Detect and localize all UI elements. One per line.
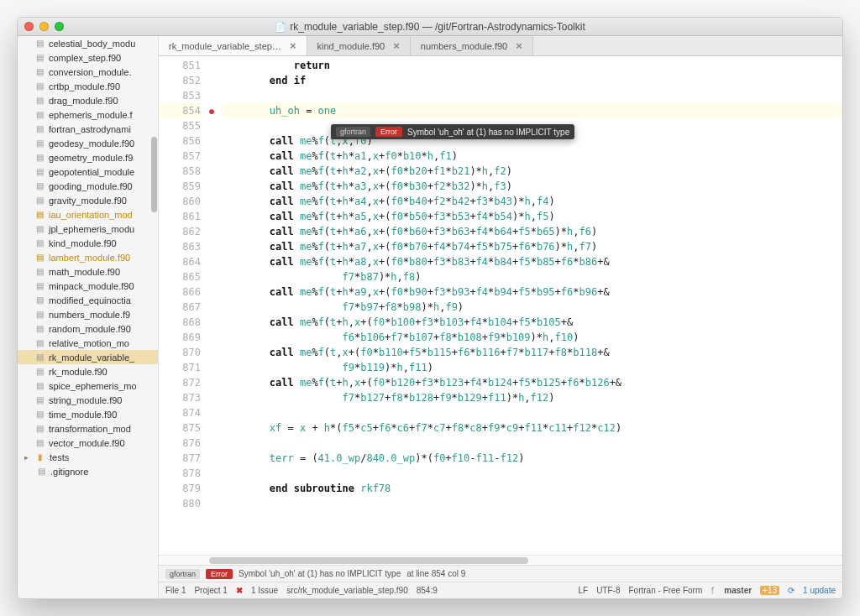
code-line[interactable]: f7*b127+f8*b128+f9*b129+f11)*h,f12) [221, 390, 842, 405]
code-line[interactable]: return [221, 58, 842, 73]
code-line[interactable]: f9*b119)*h,f11) [221, 360, 842, 375]
tab-rk-module-variable-step-[interactable]: rk_module_variable_step…× [159, 36, 307, 55]
code-line[interactable]: terr = (41.0_wp/840.0_wp)*(f0+f10-f11-f1… [221, 451, 842, 466]
code-line[interactable]: xf = x + h*(f5*c5+f6*c6+f7*c7+f8*c8+f9*c… [221, 420, 842, 436]
sidebar-item-fortran-astrodynami[interactable]: ▤fortran_astrodynami [18, 122, 158, 136]
status-project[interactable]: Project 1 [194, 586, 227, 595]
scrollbar-thumb[interactable] [151, 137, 157, 212]
file-icon: ▤ [34, 39, 45, 48]
sidebar-item-geopotential-module[interactable]: ▤geopotential_module [18, 164, 158, 179]
sidebar-item-geometry-module-f9[interactable]: ▤geometry_module.f9 [18, 150, 158, 164]
code-line[interactable]: end if [221, 73, 842, 88]
code-line[interactable]: f6*b106+f7*b107+f8*b108+f9*b109)*h,f10) [221, 330, 842, 345]
close-icon[interactable]: × [393, 39, 400, 52]
file-tree-sidebar[interactable]: ▤celestial_body_modu▤complex_step.f90▤co… [18, 36, 159, 598]
status-branch[interactable]: master [724, 586, 752, 595]
code-line[interactable] [221, 496, 842, 511]
sidebar-item-crtbp-module-f90[interactable]: ▤crtbp_module.f90 [18, 79, 158, 93]
sidebar-item-lambert-module-f90[interactable]: ▤lambert_module.f90 [18, 250, 158, 264]
scrollbar-thumb[interactable] [209, 557, 528, 564]
sidebar-item-minpack-module-f90[interactable]: ▤minpack_module.f90 [18, 279, 158, 293]
code-line[interactable]: call me%f(t+h*a8,x+(f0*b80+f3*b83+f4*b84… [221, 254, 842, 269]
code-line[interactable]: call me%f(t,x+(f0*b110+f5*b115+f6*b116+f… [221, 345, 842, 360]
file-icon: ▤ [34, 81, 45, 91]
code-line[interactable]: call me%f(t+h,x+(f0*b120+f3*b123+f4*b124… [221, 375, 842, 390]
code-line[interactable] [221, 436, 842, 451]
sidebar-item-ephemeris-module-f[interactable]: ▤ephemeris_module.f [18, 107, 158, 122]
sidebar-item-math-module-f90[interactable]: ▤math_module.f90 [18, 264, 158, 279]
close-window-icon[interactable] [24, 22, 34, 31]
breakpoint-icon[interactable]: ● [209, 107, 214, 116]
minimize-window-icon[interactable] [39, 22, 49, 31]
sidebar-item-rk-module-f90[interactable]: ▤rk_module.f90 [18, 364, 158, 378]
sidebar-item-iau-orientation-mod[interactable]: ▤iau_orientation_mod [18, 207, 158, 222]
breakpoint-gutter[interactable]: ● [209, 56, 221, 555]
file-icon: ▤ [34, 267, 45, 276]
tooltip-level: Error [375, 127, 402, 137]
close-icon[interactable]: × [290, 39, 296, 52]
sidebar-item-kind-module-f90[interactable]: ▤kind_module.f90 [18, 236, 158, 250]
code-line[interactable]: f7*b87)*h,f8) [221, 269, 842, 285]
tab-bar[interactable]: rk_module_variable_step…×kind_module.f90… [159, 36, 842, 56]
code-line[interactable]: call me%f(t+h*a4,x+(f0*b40+f2*b42+f3*b43… [221, 194, 842, 209]
sidebar-item-gitignore[interactable]: ▤.gitignore [18, 464, 158, 478]
code-line[interactable]: call me%f(t+h*a1,x+f0*b10*h,f1) [221, 149, 842, 164]
code-line[interactable]: call me%f(t+h*a6,x+(f0*b60+f3*b63+f4*b64… [221, 224, 842, 239]
code-line[interactable] [221, 466, 842, 481]
status-line-ending[interactable]: LF [578, 586, 588, 595]
sidebar-item-string-module-f90[interactable]: ▤string_module.f90 [18, 393, 158, 407]
code-line[interactable]: call me%f(t+h*a5,x+(f0*b50+f3*b53+f4*b54… [221, 209, 842, 224]
sidebar-item-gravity-module-f90[interactable]: ▤gravity_module.f90 [18, 193, 158, 207]
line-number-gutter[interactable]: 8518528538548558568578588598608618628638… [159, 56, 209, 555]
sidebar-item-relative-motion-mo[interactable]: ▤relative_motion_mo [18, 336, 158, 350]
sidebar-item-drag-module-f90[interactable]: ▤drag_module.f90 [18, 93, 158, 107]
sidebar-item-spice-ephemeris-mo[interactable]: ▤spice_ephemeris_mo [18, 378, 158, 393]
sidebar-item-vector-module-f90[interactable]: ▤vector_module.f90 [18, 436, 158, 450]
sidebar-item-celestial-body-modu[interactable]: ▤celestial_body_modu [18, 36, 158, 50]
file-icon: ▤ [34, 338, 45, 347]
title-bar[interactable]: rk_module_variable_step.f90 — /git/Fortr… [18, 18, 842, 36]
code-line[interactable]: uh_oh = one [221, 103, 842, 118]
code-line[interactable]: call me%f(t+h*a3,x+(f0*b30+f2*b32)*h,f3) [221, 179, 842, 194]
code-line[interactable]: call me%f(t+h*a7,x+(f0*b70+f4*b74+f5*b75… [221, 239, 842, 254]
code-line[interactable]: f7*b97+f8*b98)*h,f9) [221, 300, 842, 315]
code-line[interactable] [221, 88, 842, 103]
sidebar-item-conversion-module-[interactable]: ▤conversion_module. [18, 65, 158, 79]
status-language[interactable]: Fortran - Free Form [628, 586, 702, 595]
zoom-window-icon[interactable] [55, 22, 64, 31]
status-encoding[interactable]: UTF-8 [596, 586, 620, 595]
sidebar-item-random-module-f90[interactable]: ▤random_module.f90 [18, 321, 158, 336]
close-icon[interactable]: × [516, 39, 522, 52]
status-file[interactable]: File 1 [165, 586, 186, 595]
file-icon: ▤ [34, 224, 45, 233]
code-editor[interactable]: 8518528538548558568578588598608618628638… [159, 56, 842, 555]
sidebar-item-rk-module-variable-[interactable]: ▤rk_module_variable_ [18, 350, 158, 364]
sidebar-item-jpl-ephemeris-modu[interactable]: ▤jpl_ephemeris_modu [18, 222, 158, 236]
status-path: src/rk_module_variable_step.f90 [286, 586, 408, 595]
sidebar-item-gooding-module-f90[interactable]: ▤gooding_module.f90 [18, 179, 158, 193]
status-changes[interactable]: +13 [760, 586, 779, 595]
code-line[interactable] [221, 405, 842, 420]
sidebar-item-numbers-module-f9[interactable]: ▤numbers_module.f9 [18, 307, 158, 321]
status-issues[interactable]: 1 Issue [251, 586, 278, 595]
sidebar-item-transformation-mod[interactable]: ▤transformation_mod [18, 421, 158, 436]
sidebar-item-modified-equinoctia[interactable]: ▤modified_equinoctia [18, 293, 158, 307]
chevron-right-icon: ▸ [24, 453, 31, 462]
tab-kind-module-f90[interactable]: kind_module.f90× [307, 36, 411, 55]
tab-numbers-module-f90[interactable]: numbers_module.f90× [411, 36, 533, 55]
code-line[interactable]: call me%f(t+h*a9,x+(f0*b90+f3*b93+f4*b94… [221, 285, 842, 300]
code-line[interactable]: call me%f(t+h,x+(f0*b100+f3*b103+f4*b104… [221, 315, 842, 330]
sidebar-folder-tests[interactable]: ▸▮tests [18, 450, 158, 464]
file-icon: ▤ [34, 238, 45, 248]
horizontal-scrollbar[interactable] [159, 555, 842, 565]
sidebar-scrollbar[interactable] [150, 36, 158, 598]
status-bar[interactable]: File 1 Project 1 ✖ 1 Issue src/rk_module… [159, 582, 842, 598]
status-cursor[interactable]: 854:9 [417, 586, 438, 595]
sidebar-item-geodesy-module-f90[interactable]: ▤geodesy_module.f90 [18, 136, 158, 150]
code-line[interactable]: call me%f(t+h*a2,x+(f0*b20+f1*b21)*h,f2) [221, 164, 842, 179]
code-line[interactable]: end subroutine rkf78 [221, 481, 842, 496]
status-update[interactable]: 1 update [803, 586, 836, 595]
diagnostics-bar[interactable]: gfortran Error Symbol 'uh_oh' at (1) has… [159, 565, 842, 582]
sidebar-item-time-module-f90[interactable]: ▤time_module.f90 [18, 407, 158, 421]
sidebar-item-complex-step-f90[interactable]: ▤complex_step.f90 [18, 50, 158, 65]
